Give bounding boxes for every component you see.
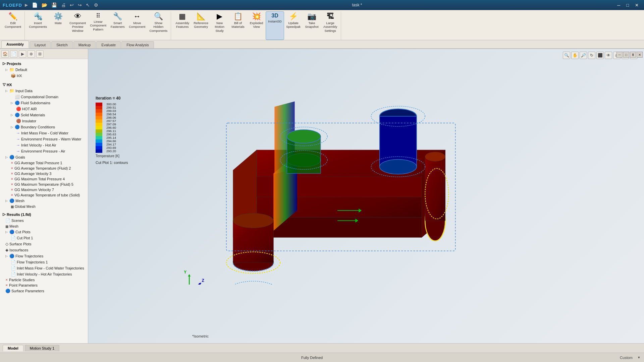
instant3d-label: Instant3D bbox=[268, 19, 282, 23]
instant3d-button[interactable]: 3D Instant3D bbox=[266, 11, 284, 40]
tree-node-comp-domain[interactable]: ⬜Computational Domain bbox=[0, 94, 88, 100]
status-bar: Fully Defined Custom ▾ bbox=[0, 353, 644, 362]
tab-sketch[interactable]: Sketch bbox=[51, 41, 73, 48]
minimize-button[interactable]: ─ bbox=[614, 2, 623, 8]
tab-markup[interactable]: Markup bbox=[73, 41, 96, 48]
tree-section-hx: ▽HX bbox=[0, 81, 88, 88]
tree-node-input-data[interactable]: ▷📁Input Data bbox=[0, 88, 88, 94]
tree-node-inlet-velocity-traj[interactable]: 📄Inlet Velocity - Hot Air Trajectories bbox=[0, 271, 88, 277]
tree-node-cut-plots[interactable]: ▷🔵Cut Plots bbox=[0, 229, 88, 235]
tree-node-gg-avg-temp-fluid[interactable]: ✕GG Average Temperature (Fluid) 2 bbox=[0, 166, 88, 171]
tree-node-vg-avg-temp-solid[interactable]: ✕VG Average Temperature of tube (Solid) bbox=[0, 192, 88, 198]
reference-geometry-button[interactable]: 📐 ReferenceGeometry bbox=[192, 11, 210, 40]
maximize-button[interactable]: □ bbox=[624, 2, 632, 8]
save-icon[interactable]: 💾 bbox=[50, 2, 58, 8]
tree-node-gg-avg-velocity[interactable]: ✕GG Average Velocity 3 bbox=[0, 171, 88, 176]
tree-node-cut-plot-1[interactable]: 📄Cut Plot 1 bbox=[0, 235, 88, 241]
tree-node-gg-avg-total-pressure[interactable]: ✕GG Average Total Pressure 1 bbox=[0, 160, 88, 166]
select-icon[interactable]: ↖ bbox=[85, 2, 91, 8]
bottom-tab-motion-study[interactable]: Motion Study 1 bbox=[25, 345, 59, 351]
mate-button[interactable]: ⚙️ Mate bbox=[49, 11, 67, 40]
insert-components-button[interactable]: 🔩 InsertComponents bbox=[27, 11, 49, 40]
bill-of-materials-button[interactable]: 📋 Bill ofMaterials bbox=[229, 11, 247, 40]
tree-node-goals[interactable]: ▷🔵Goals bbox=[0, 154, 88, 160]
exploded-view-button[interactable]: 💥 ExplodedView bbox=[247, 11, 266, 40]
print-icon[interactable]: 🖨 bbox=[60, 2, 67, 8]
isometric-label: *Isometric bbox=[192, 334, 209, 338]
panel-tool-grid[interactable]: ⊞ bbox=[36, 50, 44, 58]
large-assembly-settings-button[interactable]: 🏗 LargeAssemblySettings bbox=[321, 11, 339, 40]
tree-node-isosurfaces[interactable]: ◈Isosurfaces bbox=[0, 247, 88, 253]
tree-node-inlet-mass-flow[interactable]: →Inlet Mass Flow - Cold Water bbox=[0, 130, 88, 136]
tree-node-inlet-mass-traj[interactable]: 📄Inlet Mass Flow - Cold Water Trajectori… bbox=[0, 265, 88, 271]
edit-component-button[interactable]: ✏️ EditComponent bbox=[3, 11, 23, 40]
tree-node-mesh-results[interactable]: ▦Mesh bbox=[0, 224, 88, 229]
close-button[interactable]: ✕ bbox=[632, 2, 641, 8]
tree-node-solid-materials[interactable]: ▷🔵Solid Materials bbox=[0, 112, 88, 118]
open-icon[interactable]: 📂 bbox=[40, 2, 49, 8]
tree-node-hot-air[interactable]: 🔴HOT AIR bbox=[0, 106, 88, 112]
3d-model-viewport[interactable]: X Y Z bbox=[88, 49, 644, 285]
large-assembly-icon: 🏗 bbox=[327, 13, 334, 20]
tree-node-surface-parameters[interactable]: 🔵Surface Parameters bbox=[0, 288, 88, 294]
show-hidden-label: ShowHiddenComponents bbox=[149, 21, 167, 33]
tree-node-env-pressure-air[interactable]: →Environment Pressure - Air bbox=[0, 148, 88, 154]
titlebar-arrow[interactable]: ▶ bbox=[25, 3, 28, 7]
smart-fasteners-button[interactable]: 🔧 SmartFasteners bbox=[108, 11, 127, 40]
new-motion-study-label: NewMotionStudy bbox=[215, 21, 224, 33]
tab-flow-analysis[interactable]: Flow Analysis bbox=[121, 41, 154, 48]
bottom-tab-model[interactable]: Model bbox=[3, 345, 23, 351]
tab-layout[interactable]: Layout bbox=[30, 41, 51, 48]
statusbar-center: Fully Defined bbox=[301, 356, 323, 360]
new-motion-study-button[interactable]: ▶ NewMotionStudy bbox=[210, 11, 229, 40]
viewport-window-controls: ─ □ ⬆ ✕ bbox=[616, 52, 643, 58]
svg-point-12 bbox=[425, 152, 445, 161]
undo-icon[interactable]: ↩ bbox=[68, 2, 75, 8]
show-hidden-button[interactable]: 🔍 ShowHiddenComponents bbox=[147, 11, 169, 40]
panel-tool-home[interactable]: 🏠 bbox=[1, 50, 9, 58]
tree-node-global-mesh[interactable]: ▦Global Mesh bbox=[0, 204, 88, 209]
tree-node-boundary-conditions[interactable]: ▷🔵Boundary Conditions bbox=[0, 124, 88, 130]
update-speedpak-button[interactable]: ⚡ UpdateSpeedpak bbox=[284, 11, 303, 40]
tree-node-hx-sub[interactable]: 📦HX bbox=[0, 73, 88, 79]
take-snapshot-label: TakeSnapshot bbox=[305, 21, 319, 29]
vp-minimize[interactable]: ─ bbox=[616, 52, 623, 58]
linear-component-pattern-button[interactable]: ⠿ LinearComponentPattern bbox=[88, 11, 108, 40]
component-preview-button[interactable]: 👁 ComponentPreviewWindow bbox=[67, 11, 88, 40]
take-snapshot-icon: 📷 bbox=[307, 13, 316, 20]
assembly-features-button[interactable]: ▦ AssemblyFeatures bbox=[173, 11, 192, 40]
tree-node-gg-max-total-pressure[interactable]: ✕GG Maximum Total Pressure 4 bbox=[0, 176, 88, 182]
tree-node-flow-traj-1[interactable]: 📄Flow Trajectories 1 bbox=[0, 259, 88, 265]
viewport[interactable]: 🔍 ✋ 🔎 ↻ ⬛ 👁 ◎ 🌐 🖥 Iteration = 40 bbox=[88, 49, 644, 343]
tab-evaluate[interactable]: Evaluate bbox=[96, 41, 121, 48]
tree-node-inlet-velocity[interactable]: →Inlet Velocity - Hot Air bbox=[0, 142, 88, 148]
tree-container[interactable]: ▷Projects ▷📁Default 📦HX ▽HX ▷📁Input Data… bbox=[0, 59, 88, 343]
tree-node-gg-max-velocity[interactable]: ✕GG Maximum Velocity 7 bbox=[0, 187, 88, 192]
tree-node-fluid-subdomains[interactable]: ▷🔵Fluid Subdomains bbox=[0, 100, 88, 106]
tree-node-particle-studies[interactable]: ✕Particle Studies bbox=[0, 277, 88, 283]
tree-node-gg-max-temp-fluid[interactable]: ✕GG Maximum Temperature (Fluid) 5 bbox=[0, 182, 88, 187]
tree-node-env-pressure-warm[interactable]: →Environment Pressure - Warm Water bbox=[0, 136, 88, 142]
panel-tool-play[interactable]: ▶ bbox=[19, 50, 26, 58]
move-component-button[interactable]: ↔ MoveComponent bbox=[127, 11, 147, 40]
tree-node-default[interactable]: ▷📁Default bbox=[0, 67, 88, 73]
panel-tool-doc[interactable]: 📄 bbox=[10, 50, 17, 58]
left-panel: 🏠 📄 ▶ ⊕ ⊞ ▷Projects ▷📁Default 📦HX ▽HX ▷📁… bbox=[0, 49, 88, 343]
vp-restore[interactable]: □ bbox=[623, 52, 629, 58]
large-assembly-label: LargeAssemblySettings bbox=[323, 21, 337, 33]
redo-icon[interactable]: ↪ bbox=[76, 2, 83, 8]
tab-assembly[interactable]: Assembly bbox=[1, 41, 29, 48]
tree-node-surface-plots[interactable]: ◇Surface Plots bbox=[0, 241, 88, 247]
take-snapshot-button[interactable]: 📷 TakeSnapshot bbox=[303, 11, 321, 40]
vp-close[interactable]: ✕ bbox=[637, 52, 643, 58]
tree-node-scenes[interactable]: 📄Scenes bbox=[0, 218, 88, 224]
panel-tool-filter[interactable]: ⊕ bbox=[28, 50, 35, 58]
tree-node-mesh[interactable]: ▷🔵Mesh bbox=[0, 198, 88, 204]
tree-node-point-parameters[interactable]: ✕Point Parameters bbox=[0, 283, 88, 288]
tree-node-insulator[interactable]: 🟤Insulator bbox=[0, 118, 88, 124]
tree-node-flow-trajectories[interactable]: ▷🔵Flow Trajectories bbox=[0, 253, 88, 259]
vp-max[interactable]: ⬆ bbox=[630, 52, 636, 58]
statusbar-dropdown[interactable]: ▾ bbox=[638, 355, 640, 360]
new-icon[interactable]: 📄 bbox=[31, 2, 39, 8]
options-icon[interactable]: ⚙ bbox=[93, 2, 100, 8]
